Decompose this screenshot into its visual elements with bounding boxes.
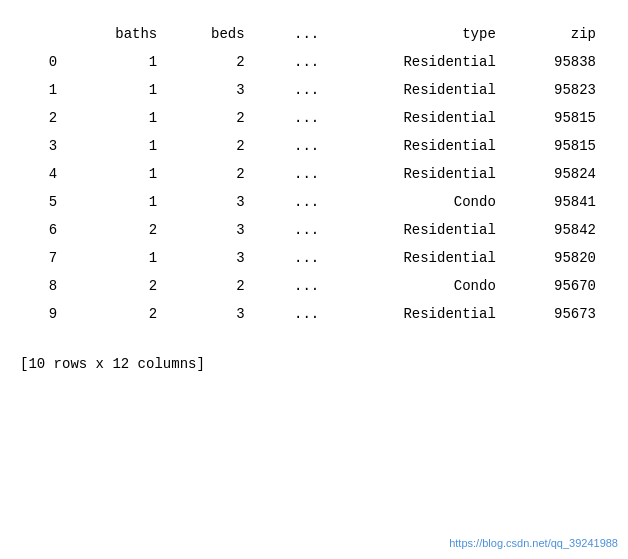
cell-zip: 95820 — [508, 244, 608, 272]
cell-baths: 1 — [69, 132, 169, 160]
table-row: 713...Residential95820 — [20, 244, 608, 272]
cell-zip: 95670 — [508, 272, 608, 300]
cell-type: Condo — [331, 272, 508, 300]
cell-type: Residential — [331, 48, 508, 76]
cell-type: Residential — [331, 216, 508, 244]
table-footer: [10 rows x 12 columns] — [20, 348, 608, 380]
cell-beds: 2 — [169, 160, 256, 188]
cell-type: Residential — [331, 160, 508, 188]
data-table: baths beds ... type zip 012...Residentia… — [20, 20, 608, 328]
cell-type: Residential — [331, 132, 508, 160]
table-row: 822...Condo95670 — [20, 272, 608, 300]
cell-beds: 2 — [169, 104, 256, 132]
cell-beds: 2 — [169, 272, 256, 300]
cell-beds: 3 — [169, 76, 256, 104]
cell-zip: 95815 — [508, 132, 608, 160]
cell-index: 5 — [20, 188, 69, 216]
cell-zip: 95838 — [508, 48, 608, 76]
cell-beds: 3 — [169, 188, 256, 216]
cell-index: 0 — [20, 48, 69, 76]
cell-baths: 2 — [69, 300, 169, 328]
table-row: 623...Residential95842 — [20, 216, 608, 244]
cell-baths: 1 — [69, 76, 169, 104]
cell-index: 4 — [20, 160, 69, 188]
cell-ellipsis: ... — [257, 48, 332, 76]
table-row: 212...Residential95815 — [20, 104, 608, 132]
cell-beds: 3 — [169, 244, 256, 272]
cell-baths: 2 — [69, 216, 169, 244]
cell-baths: 2 — [69, 272, 169, 300]
cell-zip: 95824 — [508, 160, 608, 188]
cell-baths: 1 — [69, 48, 169, 76]
cell-zip: 95823 — [508, 76, 608, 104]
watermark: https://blog.csdn.net/qq_39241988 — [449, 537, 618, 549]
cell-type: Residential — [331, 244, 508, 272]
cell-baths: 1 — [69, 160, 169, 188]
table-row: 012...Residential95838 — [20, 48, 608, 76]
cell-type: Residential — [331, 76, 508, 104]
cell-ellipsis: ... — [257, 244, 332, 272]
col-header-baths: baths — [69, 20, 169, 48]
cell-beds: 2 — [169, 132, 256, 160]
table-row: 113...Residential95823 — [20, 76, 608, 104]
cell-ellipsis: ... — [257, 300, 332, 328]
cell-zip: 95841 — [508, 188, 608, 216]
cell-index: 7 — [20, 244, 69, 272]
cell-zip: 95842 — [508, 216, 608, 244]
col-header-index — [20, 20, 69, 48]
cell-ellipsis: ... — [257, 132, 332, 160]
cell-baths: 1 — [69, 104, 169, 132]
cell-beds: 3 — [169, 216, 256, 244]
col-header-ellipsis: ... — [257, 20, 332, 48]
header-row: baths beds ... type zip — [20, 20, 608, 48]
cell-index: 3 — [20, 132, 69, 160]
dataframe-container: baths beds ... type zip 012...Residentia… — [20, 10, 608, 390]
cell-ellipsis: ... — [257, 188, 332, 216]
table-row: 412...Residential95824 — [20, 160, 608, 188]
cell-index: 8 — [20, 272, 69, 300]
cell-index: 6 — [20, 216, 69, 244]
cell-index: 9 — [20, 300, 69, 328]
cell-ellipsis: ... — [257, 160, 332, 188]
cell-index: 1 — [20, 76, 69, 104]
cell-type: Residential — [331, 300, 508, 328]
cell-beds: 2 — [169, 48, 256, 76]
cell-type: Condo — [331, 188, 508, 216]
cell-ellipsis: ... — [257, 272, 332, 300]
cell-index: 2 — [20, 104, 69, 132]
col-header-type: type — [331, 20, 508, 48]
cell-ellipsis: ... — [257, 76, 332, 104]
cell-type: Residential — [331, 104, 508, 132]
cell-beds: 3 — [169, 300, 256, 328]
col-header-zip: zip — [508, 20, 608, 48]
cell-zip: 95815 — [508, 104, 608, 132]
cell-baths: 1 — [69, 188, 169, 216]
cell-ellipsis: ... — [257, 104, 332, 132]
col-header-beds: beds — [169, 20, 256, 48]
cell-ellipsis: ... — [257, 216, 332, 244]
cell-zip: 95673 — [508, 300, 608, 328]
table-row: 923...Residential95673 — [20, 300, 608, 328]
table-row: 312...Residential95815 — [20, 132, 608, 160]
table-row: 513...Condo95841 — [20, 188, 608, 216]
cell-baths: 1 — [69, 244, 169, 272]
